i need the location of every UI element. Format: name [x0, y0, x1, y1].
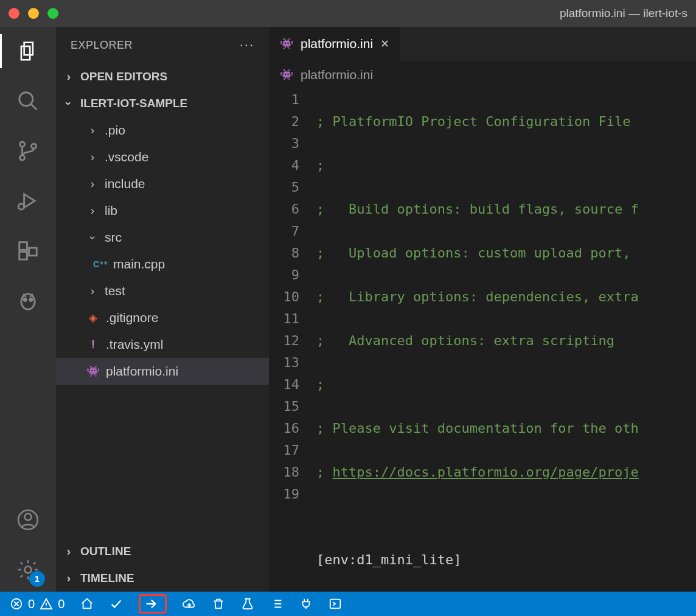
pio-terminal-button[interactable]: [329, 597, 342, 611]
timeline-section[interactable]: › TIMELINE: [56, 565, 269, 592]
line-number: 2: [269, 111, 299, 133]
tree-label: .gitignore: [106, 310, 158, 325]
sidebar-more-button[interactable]: ···: [240, 37, 254, 53]
pio-serial-button[interactable]: [299, 597, 313, 611]
tree-folder-include[interactable]: ›include: [56, 170, 269, 197]
svg-point-9: [24, 298, 26, 301]
tab-platformio[interactable]: 👾 platformio.ini ✕: [269, 27, 401, 61]
tree-label: include: [105, 177, 145, 191]
window-title: platformio.ini — ilert-iot-s: [58, 7, 687, 20]
pio-build-button[interactable]: [110, 597, 123, 611]
svg-rect-7: [29, 248, 37, 256]
platformio-file-icon: 👾: [86, 365, 100, 378]
tree-label: .pio: [105, 123, 125, 138]
window-controls: [9, 8, 58, 19]
open-editors-section[interactable]: › OPEN EDITORS: [56, 63, 269, 90]
platformio-icon: [16, 289, 40, 312]
code-editor[interactable]: 12345678910111213141516171819 ; Platform…: [269, 89, 696, 592]
outline-section[interactable]: › OUTLINE: [56, 538, 269, 565]
chevron-right-icon: ›: [62, 70, 75, 83]
sidebar-title: EXPLORER: [71, 39, 133, 52]
pio-tasks-button[interactable]: [270, 597, 284, 611]
line-number: 15: [269, 396, 299, 418]
error-count: 0: [28, 597, 35, 611]
tree-folder-src[interactable]: ›src: [56, 224, 269, 251]
line-number: 3: [269, 133, 299, 155]
pio-upload-button[interactable]: [139, 594, 167, 614]
line-number: 7: [269, 220, 299, 242]
line-number: 17: [269, 439, 299, 461]
settings-activity[interactable]: 1: [15, 556, 41, 583]
pio-clean-button[interactable]: [212, 597, 225, 611]
platformio-activity[interactable]: [15, 287, 41, 314]
error-icon: [10, 597, 23, 611]
tree-label: .travis.yml: [106, 337, 164, 352]
extensions-icon: [16, 239, 40, 262]
chevron-right-icon: ›: [62, 545, 75, 558]
warning-count: 0: [58, 597, 64, 611]
debug-activity[interactable]: [15, 187, 41, 214]
pio-remote-button[interactable]: [183, 597, 196, 611]
line-number: 8: [269, 242, 299, 264]
pio-home-button[interactable]: [80, 597, 94, 611]
line-number: 10: [269, 286, 299, 308]
chevron-down-icon: ›: [62, 97, 75, 110]
line-number: 6: [269, 198, 299, 220]
list-icon: [270, 597, 284, 611]
platformio-file-icon: 👾: [280, 68, 293, 82]
tree-label: src: [105, 230, 122, 245]
chevron-right-icon: ›: [62, 572, 75, 585]
tree-folder-vscode[interactable]: ›.vscode: [56, 144, 269, 170]
tree-file-travis[interactable]: !.travis.yml: [56, 331, 269, 358]
tree-folder-lib[interactable]: ›lib: [56, 197, 269, 224]
tree-folder-test[interactable]: ›test: [56, 278, 269, 304]
titlebar: platformio.ini — ilert-iot-s: [0, 0, 696, 27]
chevron-right-icon: ›: [86, 151, 99, 164]
line-numbers: 12345678910111213141516171819: [269, 89, 316, 592]
chevron-right-icon: ›: [86, 285, 99, 298]
minimize-window-button[interactable]: [28, 8, 39, 19]
activity-bar: 1: [0, 27, 56, 592]
chevron-right-icon: ›: [86, 124, 99, 137]
line-number: 14: [269, 374, 299, 396]
section-label: OUTLINE: [80, 545, 131, 558]
line-number: 9: [269, 264, 299, 286]
explorer-activity[interactable]: [15, 38, 41, 65]
folder-section[interactable]: › ILERT-IOT-SAMPLE: [56, 90, 269, 117]
beaker-icon: [241, 597, 254, 611]
section-label: ILERT-IOT-SAMPLE: [80, 97, 187, 110]
source-control-activity[interactable]: [15, 138, 41, 164]
svg-point-3: [32, 144, 37, 149]
search-icon: [16, 89, 40, 113]
chevron-right-icon: ›: [86, 205, 99, 217]
tree-label: platformio.ini: [106, 364, 178, 379]
home-icon: [80, 597, 94, 611]
tree-label: .vscode: [105, 150, 148, 164]
line-number: 12: [269, 330, 299, 352]
close-tab-button[interactable]: ✕: [380, 37, 389, 51]
accounts-activity[interactable]: [15, 506, 41, 533]
svg-rect-6: [19, 252, 27, 260]
extensions-activity[interactable]: [15, 237, 41, 264]
tree-folder-pio[interactable]: ›.pio: [56, 117, 269, 144]
search-activity[interactable]: [15, 88, 41, 114]
line-number: 18: [269, 461, 299, 483]
svg-point-8: [21, 294, 35, 309]
debug-icon: [16, 189, 40, 212]
plug-icon: [299, 597, 313, 611]
files-icon: [16, 40, 40, 63]
problems-status[interactable]: 0 0: [10, 597, 64, 611]
line-number: 11: [269, 308, 299, 330]
line-number: 5: [269, 177, 299, 198]
svg-rect-5: [19, 242, 27, 250]
maximize-window-button[interactable]: [47, 8, 58, 19]
tree-file-gitignore[interactable]: ◈.gitignore: [56, 304, 269, 331]
close-window-button[interactable]: [9, 8, 19, 19]
account-icon: [16, 508, 40, 531]
pio-test-button[interactable]: [241, 597, 254, 611]
tree-label: lib: [105, 203, 117, 218]
tree-file-main-cpp[interactable]: C⁺⁺main.cpp: [56, 251, 269, 278]
breadcrumbs[interactable]: 👾 platformio.ini: [269, 61, 696, 89]
tree-file-platformio[interactable]: 👾platformio.ini: [56, 358, 269, 385]
section-label: OPEN EDITORS: [80, 70, 167, 83]
